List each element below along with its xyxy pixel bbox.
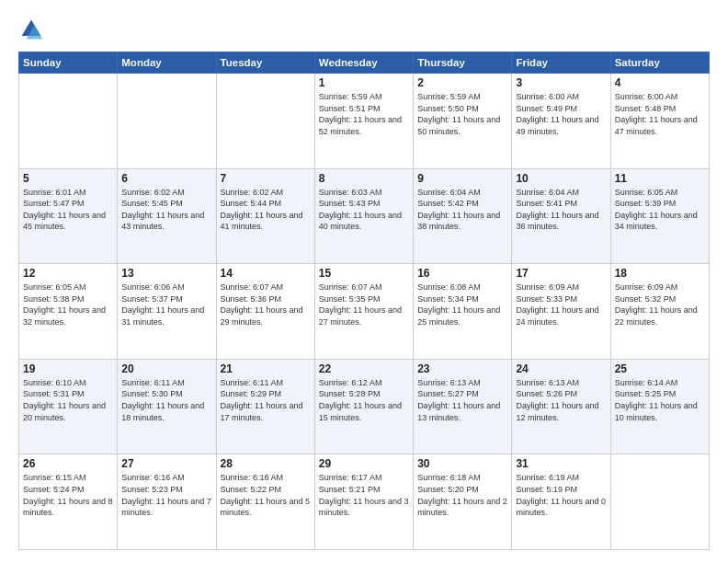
calendar-cell xyxy=(610,454,709,550)
day-number: 7 xyxy=(221,172,311,185)
day-number: 9 xyxy=(417,172,507,185)
day-info: Sunrise: 6:12 AM Sunset: 5:28 PM Dayligh… xyxy=(319,377,409,423)
calendar-cell xyxy=(118,74,216,169)
logo xyxy=(18,17,48,42)
day-number: 10 xyxy=(516,172,606,185)
day-number: 14 xyxy=(221,267,311,280)
day-info: Sunrise: 6:19 AM Sunset: 5:19 PM Dayligh… xyxy=(516,472,606,518)
calendar: SundayMondayTuesdayWednesdayThursdayFrid… xyxy=(18,52,710,550)
calendar-cell xyxy=(216,74,314,169)
day-number: 8 xyxy=(319,172,409,185)
day-number: 29 xyxy=(319,457,409,470)
day-info: Sunrise: 6:00 AM Sunset: 5:48 PM Dayligh… xyxy=(615,91,705,137)
calendar-cell: 15Sunrise: 6:07 AM Sunset: 5:35 PM Dayli… xyxy=(314,264,413,360)
calendar-cell xyxy=(19,74,118,169)
day-info: Sunrise: 6:04 AM Sunset: 5:42 PM Dayligh… xyxy=(417,187,507,233)
calendar-cell: 4Sunrise: 6:00 AM Sunset: 5:48 PM Daylig… xyxy=(610,74,709,169)
day-info: Sunrise: 6:18 AM Sunset: 5:20 PM Dayligh… xyxy=(417,472,507,518)
day-info: Sunrise: 5:59 AM Sunset: 5:51 PM Dayligh… xyxy=(319,91,409,137)
calendar-cell: 9Sunrise: 6:04 AM Sunset: 5:42 PM Daylig… xyxy=(414,168,512,264)
day-info: Sunrise: 6:04 AM Sunset: 5:41 PM Dayligh… xyxy=(516,187,606,233)
calendar-cell: 14Sunrise: 6:07 AM Sunset: 5:36 PM Dayli… xyxy=(216,264,314,360)
day-number: 20 xyxy=(121,362,211,375)
calendar-cell: 10Sunrise: 6:04 AM Sunset: 5:41 PM Dayli… xyxy=(512,168,610,264)
day-number: 22 xyxy=(319,362,409,375)
day-info: Sunrise: 6:16 AM Sunset: 5:22 PM Dayligh… xyxy=(221,472,311,518)
calendar-cell: 1Sunrise: 5:59 AM Sunset: 5:51 PM Daylig… xyxy=(314,74,413,169)
calendar-cell: 29Sunrise: 6:17 AM Sunset: 5:21 PM Dayli… xyxy=(314,454,413,550)
day-info: Sunrise: 6:11 AM Sunset: 5:29 PM Dayligh… xyxy=(221,377,311,423)
calendar-cell: 6Sunrise: 6:02 AM Sunset: 5:45 PM Daylig… xyxy=(118,168,216,264)
header xyxy=(18,17,710,42)
weekday-header-wednesday: Wednesday xyxy=(314,52,413,74)
day-number: 6 xyxy=(121,172,211,185)
weekday-header-sunday: Sunday xyxy=(19,52,118,74)
day-number: 23 xyxy=(417,362,507,375)
day-info: Sunrise: 5:59 AM Sunset: 5:50 PM Dayligh… xyxy=(417,91,507,137)
calendar-cell: 25Sunrise: 6:14 AM Sunset: 5:25 PM Dayli… xyxy=(610,359,709,454)
day-number: 12 xyxy=(23,267,113,280)
day-number: 25 xyxy=(615,362,705,375)
calendar-cell: 17Sunrise: 6:09 AM Sunset: 5:33 PM Dayli… xyxy=(512,264,610,360)
week-row-5: 26Sunrise: 6:15 AM Sunset: 5:24 PM Dayli… xyxy=(19,454,710,550)
weekday-header-tuesday: Tuesday xyxy=(216,52,314,74)
day-info: Sunrise: 6:14 AM Sunset: 5:25 PM Dayligh… xyxy=(615,377,705,423)
weekday-header-thursday: Thursday xyxy=(414,52,512,74)
day-number: 5 xyxy=(23,172,113,185)
day-number: 28 xyxy=(221,457,311,470)
day-info: Sunrise: 6:00 AM Sunset: 5:49 PM Dayligh… xyxy=(516,91,606,137)
day-number: 2 xyxy=(417,76,507,89)
calendar-cell: 26Sunrise: 6:15 AM Sunset: 5:24 PM Dayli… xyxy=(19,454,118,550)
day-info: Sunrise: 6:13 AM Sunset: 5:27 PM Dayligh… xyxy=(417,377,507,423)
day-info: Sunrise: 6:07 AM Sunset: 5:35 PM Dayligh… xyxy=(319,282,409,327)
weekday-header-row: SundayMondayTuesdayWednesdayThursdayFrid… xyxy=(19,52,710,74)
day-number: 3 xyxy=(516,76,606,89)
day-number: 11 xyxy=(615,172,705,185)
day-info: Sunrise: 6:02 AM Sunset: 5:45 PM Dayligh… xyxy=(121,187,211,233)
day-info: Sunrise: 6:17 AM Sunset: 5:21 PM Dayligh… xyxy=(319,472,409,518)
day-number: 17 xyxy=(516,267,606,280)
day-info: Sunrise: 6:09 AM Sunset: 5:32 PM Dayligh… xyxy=(615,282,705,327)
day-info: Sunrise: 6:06 AM Sunset: 5:37 PM Dayligh… xyxy=(121,282,211,327)
calendar-cell: 13Sunrise: 6:06 AM Sunset: 5:37 PM Dayli… xyxy=(118,264,216,360)
calendar-cell: 31Sunrise: 6:19 AM Sunset: 5:19 PM Dayli… xyxy=(512,454,610,550)
day-info: Sunrise: 6:05 AM Sunset: 5:38 PM Dayligh… xyxy=(23,282,113,327)
calendar-cell: 24Sunrise: 6:13 AM Sunset: 5:26 PM Dayli… xyxy=(512,359,610,454)
day-number: 31 xyxy=(516,457,606,470)
calendar-cell: 22Sunrise: 6:12 AM Sunset: 5:28 PM Dayli… xyxy=(314,359,413,454)
page: SundayMondayTuesdayWednesdayThursdayFrid… xyxy=(0,0,728,563)
calendar-cell: 27Sunrise: 6:16 AM Sunset: 5:23 PM Dayli… xyxy=(118,454,216,550)
week-row-2: 5Sunrise: 6:01 AM Sunset: 5:47 PM Daylig… xyxy=(19,168,710,264)
week-row-4: 19Sunrise: 6:10 AM Sunset: 5:31 PM Dayli… xyxy=(19,359,710,454)
day-info: Sunrise: 6:15 AM Sunset: 5:24 PM Dayligh… xyxy=(23,472,113,518)
day-number: 24 xyxy=(516,362,606,375)
calendar-cell: 5Sunrise: 6:01 AM Sunset: 5:47 PM Daylig… xyxy=(19,168,118,264)
day-info: Sunrise: 6:13 AM Sunset: 5:26 PM Dayligh… xyxy=(516,377,606,423)
calendar-cell: 11Sunrise: 6:05 AM Sunset: 5:39 PM Dayli… xyxy=(610,168,709,264)
calendar-cell: 23Sunrise: 6:13 AM Sunset: 5:27 PM Dayli… xyxy=(414,359,512,454)
calendar-cell: 7Sunrise: 6:02 AM Sunset: 5:44 PM Daylig… xyxy=(216,168,314,264)
calendar-cell: 12Sunrise: 6:05 AM Sunset: 5:38 PM Dayli… xyxy=(19,264,118,360)
week-row-1: 1Sunrise: 5:59 AM Sunset: 5:51 PM Daylig… xyxy=(19,74,710,169)
day-info: Sunrise: 6:07 AM Sunset: 5:36 PM Dayligh… xyxy=(221,282,311,327)
day-number: 13 xyxy=(121,267,211,280)
day-info: Sunrise: 6:16 AM Sunset: 5:23 PM Dayligh… xyxy=(121,472,211,518)
weekday-header-friday: Friday xyxy=(512,52,610,74)
day-info: Sunrise: 6:03 AM Sunset: 5:43 PM Dayligh… xyxy=(319,187,409,233)
calendar-cell: 16Sunrise: 6:08 AM Sunset: 5:34 PM Dayli… xyxy=(414,264,512,360)
day-number: 16 xyxy=(417,267,507,280)
calendar-cell: 30Sunrise: 6:18 AM Sunset: 5:20 PM Dayli… xyxy=(414,454,512,550)
day-info: Sunrise: 6:11 AM Sunset: 5:30 PM Dayligh… xyxy=(121,377,211,423)
calendar-cell: 18Sunrise: 6:09 AM Sunset: 5:32 PM Dayli… xyxy=(610,264,709,360)
day-number: 19 xyxy=(23,362,113,375)
weekday-header-monday: Monday xyxy=(118,52,216,74)
logo-icon xyxy=(18,17,44,42)
day-number: 1 xyxy=(319,76,409,89)
day-info: Sunrise: 6:09 AM Sunset: 5:33 PM Dayligh… xyxy=(516,282,606,327)
day-number: 15 xyxy=(319,267,409,280)
day-number: 26 xyxy=(23,457,113,470)
calendar-cell: 20Sunrise: 6:11 AM Sunset: 5:30 PM Dayli… xyxy=(118,359,216,454)
week-row-3: 12Sunrise: 6:05 AM Sunset: 5:38 PM Dayli… xyxy=(19,264,710,360)
day-info: Sunrise: 6:01 AM Sunset: 5:47 PM Dayligh… xyxy=(23,187,113,233)
day-number: 18 xyxy=(615,267,705,280)
